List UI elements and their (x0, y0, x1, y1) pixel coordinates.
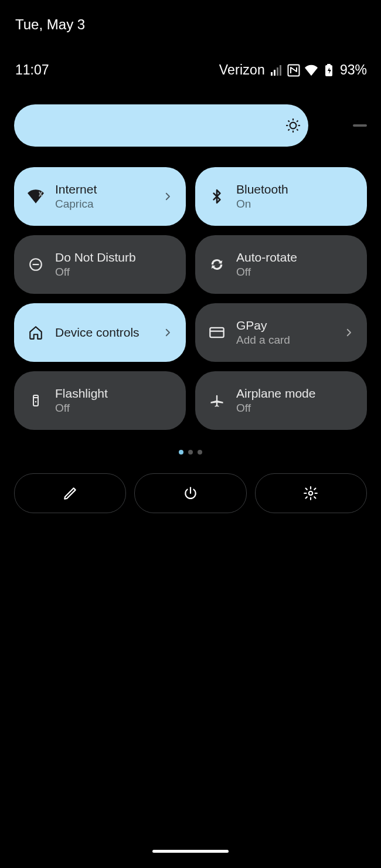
status-time: 11:07 (15, 62, 49, 78)
tile-title: Airplane mode (236, 386, 354, 401)
gesture-nav-handle[interactable] (152, 850, 229, 853)
brightness-slider[interactable] (14, 104, 367, 147)
tile-title: Bluetooth (236, 182, 354, 197)
battery-icon (322, 64, 335, 77)
wifi-status-icon (305, 64, 318, 77)
chevron-right-icon (343, 327, 354, 338)
svg-point-18 (35, 401, 37, 403)
bluetooth-icon (208, 188, 226, 205)
tile-subtitle: Off (55, 265, 173, 279)
page-dot[interactable] (198, 450, 202, 455)
power-button[interactable] (134, 473, 246, 513)
bottom-actions (14, 473, 367, 513)
dnd-icon (27, 256, 45, 273)
airplane-icon (208, 392, 226, 409)
rotate-icon (208, 256, 226, 273)
tile-flashlight[interactable]: FlashlightOff (14, 371, 186, 430)
tile-bluetooth[interactable]: BluetoothOn (195, 167, 367, 226)
svg-rect-14 (210, 328, 223, 337)
tile-gpay[interactable]: GPayAdd a card (195, 303, 367, 362)
svg-point-19 (309, 491, 313, 496)
battery-percent: 93% (340, 62, 367, 78)
date-label: Tue, May 3 (0, 0, 381, 33)
flash-icon (27, 392, 45, 409)
tile-subtitle: Off (236, 401, 354, 415)
tile-airplane-mode[interactable]: Airplane modeOff (195, 371, 367, 430)
tile-device-controls[interactable]: Device controls (14, 303, 186, 362)
brightness-track-remainder (353, 124, 367, 127)
tile-title: Internet (55, 182, 152, 197)
edit-tiles-button[interactable] (14, 473, 126, 513)
carrier-label: Verizon (219, 62, 265, 78)
chevron-right-icon (162, 191, 173, 202)
page-indicator (0, 450, 381, 455)
svg-point-3 (290, 123, 297, 129)
tile-internet[interactable]: InternetCaprica (14, 167, 186, 226)
svg-rect-2 (327, 64, 331, 66)
tile-do-not-disturb[interactable]: Do Not DisturbOff (14, 235, 186, 294)
cell-signal-icon (270, 64, 283, 77)
svg-line-9 (297, 129, 298, 130)
svg-line-10 (288, 129, 290, 130)
brightness-icon (285, 118, 301, 133)
settings-button[interactable] (255, 473, 367, 513)
svg-rect-16 (33, 395, 38, 406)
quick-settings-grid: InternetCapricaBluetoothOnDo Not Disturb… (14, 167, 367, 430)
tile-subtitle: Add a card (236, 333, 333, 347)
svg-rect-0 (288, 65, 299, 76)
status-bar: 11:07 Verizon 93% (0, 33, 381, 78)
wifi-icon (27, 188, 45, 205)
page-dot[interactable] (188, 450, 193, 455)
svg-line-11 (297, 121, 298, 122)
tile-title: Auto-rotate (236, 250, 354, 265)
page-dot[interactable] (179, 450, 183, 455)
tile-subtitle: Off (236, 265, 354, 279)
tile-subtitle: Caprica (55, 197, 152, 211)
tile-subtitle: Off (55, 401, 173, 415)
home-icon (27, 324, 45, 341)
nfc-icon (287, 64, 300, 77)
svg-line-8 (288, 121, 290, 122)
card-icon (208, 324, 226, 341)
tile-title: Do Not Disturb (55, 250, 173, 265)
tile-title: Device controls (55, 325, 152, 340)
chevron-right-icon (162, 327, 173, 338)
tile-title: Flashlight (55, 386, 173, 401)
tile-title: GPay (236, 318, 333, 333)
tile-auto-rotate[interactable]: Auto-rotateOff (195, 235, 367, 294)
tile-subtitle: On (236, 197, 354, 211)
